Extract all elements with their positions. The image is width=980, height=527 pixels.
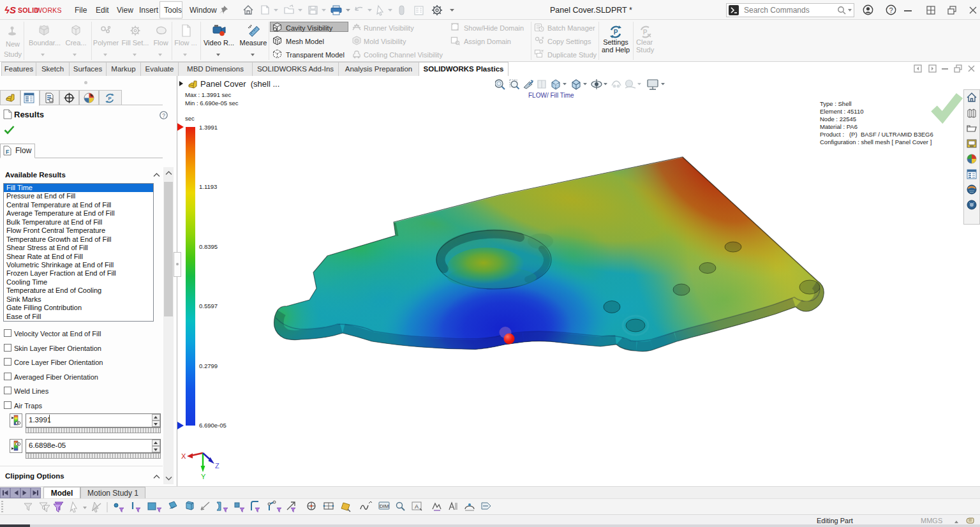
- svg-text:P: P: [108, 96, 111, 101]
- svg-text:DIM: DIM: [380, 503, 389, 509]
- svg-text:?: ?: [162, 112, 165, 119]
- svg-text:X: X: [181, 452, 186, 460]
- svg-text:P: P: [614, 29, 618, 36]
- svg-text:Y: Y: [201, 473, 206, 480]
- svg-text:F: F: [6, 149, 10, 155]
- svg-text:WORKS: WORKS: [36, 6, 62, 14]
- svg-text:Z: Z: [215, 462, 219, 470]
- svg-text:A: A: [415, 503, 419, 510]
- svg-text:ϟS: ϟS: [4, 4, 16, 15]
- svg-text:P: P: [643, 29, 648, 36]
- svg-text:?: ?: [889, 6, 893, 14]
